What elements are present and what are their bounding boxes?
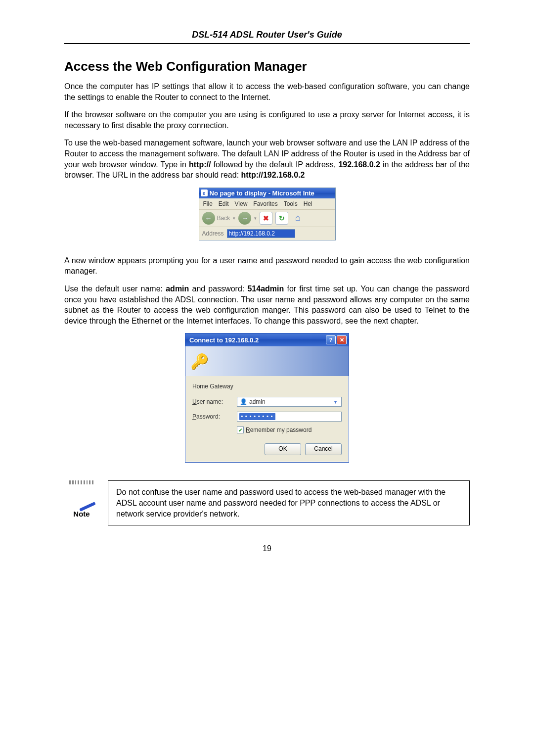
- help-button-icon[interactable]: ?: [326, 335, 336, 344]
- paragraph-5: Use the default user name: admin and pas…: [64, 284, 470, 326]
- paragraph-5-text1: Use the default user name:: [64, 284, 166, 293]
- refresh-icon[interactable]: ↻: [275, 212, 288, 225]
- password-input[interactable]: ••••••••: [237, 412, 342, 422]
- note-icon-column: Note: [64, 480, 99, 518]
- keys-icon: 🔑: [190, 353, 209, 370]
- address-input[interactable]: http://192.168.0.2: [227, 229, 295, 238]
- password-mask: ••••••••: [239, 413, 275, 420]
- user-icon: 👤: [239, 398, 247, 406]
- paragraph-3-text2: followed by the default IP address,: [211, 160, 338, 169]
- address-label: Address: [202, 230, 224, 237]
- ie-browser-window: e No page to display - Microsoft Inte Fi…: [199, 188, 336, 240]
- remember-text: emember my password: [250, 426, 312, 433]
- ip-bold: 192.168.0.2: [338, 160, 380, 169]
- section-title: Access the Web Configuration Manager: [64, 59, 470, 74]
- username-value: admin: [249, 398, 331, 405]
- remember-row[interactable]: ✔ Remember my password: [237, 426, 342, 433]
- ie-address-row: Address http://192.168.0.2: [199, 227, 335, 240]
- default-pass-bold: 514admin: [247, 284, 284, 293]
- login-banner: 🔑: [185, 346, 349, 376]
- paragraph-1: Once the computer has IP settings that a…: [64, 81, 470, 102]
- password-accel: P: [192, 413, 196, 420]
- cancel-button[interactable]: Cancel: [305, 443, 342, 455]
- ie-app-icon: e: [201, 189, 208, 196]
- note-section: Note Do not confuse the user name and pa…: [64, 480, 470, 525]
- password-label-text: assword:: [196, 413, 220, 420]
- menu-edit[interactable]: Edit: [219, 200, 229, 207]
- username-row: User name: 👤 admin ▾: [192, 397, 342, 407]
- ie-window-title: No page to display - Microsoft Inte: [210, 189, 314, 197]
- paragraph-3: To use the web-based management software…: [64, 138, 470, 180]
- url-bold: http://192.168.0.2: [241, 171, 305, 179]
- menu-tools[interactable]: Tools: [284, 200, 298, 207]
- back-button-label[interactable]: Back: [217, 215, 230, 222]
- username-accel: U: [192, 398, 197, 405]
- login-dialog: Connect to 192.168.0.2 ? ✕ 🔑 Home Gatewa…: [185, 333, 349, 463]
- page-number: 19: [64, 544, 470, 553]
- menu-favorites[interactable]: Favorites: [253, 200, 277, 207]
- menu-help[interactable]: Hel: [304, 200, 312, 207]
- username-label: User name:: [192, 398, 237, 405]
- username-label-text: ser name:: [197, 398, 223, 405]
- paragraph-2: If the browser software on the computer …: [64, 109, 470, 131]
- menu-view[interactable]: View: [235, 200, 248, 207]
- login-body: Home Gateway User name: 👤 admin ▾ Passwo…: [185, 376, 349, 440]
- menu-file[interactable]: File: [203, 200, 213, 207]
- remember-accel: R: [246, 426, 250, 433]
- forward-dropdown-icon[interactable]: ▾: [254, 216, 257, 221]
- password-label: Password:: [192, 413, 237, 420]
- close-button-icon[interactable]: ✕: [337, 335, 347, 344]
- note-box: Do not confuse the user name and passwor…: [108, 480, 470, 525]
- forward-button-icon[interactable]: →: [238, 212, 251, 225]
- paragraph-5-text2: and password:: [189, 284, 247, 293]
- login-realm: Home Gateway: [192, 383, 342, 390]
- paragraph-4: A new window appears prompting you for a…: [64, 255, 470, 277]
- password-row: Password: ••••••••: [192, 412, 342, 422]
- document-page: DSL-514 ADSL Router User's Guide Access …: [0, 0, 534, 756]
- http-prefix-bold: http://: [189, 160, 211, 169]
- doc-header: DSL-514 ADSL Router User's Guide: [64, 30, 470, 44]
- ie-menubar: File Edit View Favorites Tools Hel: [199, 198, 335, 210]
- default-user-bold: admin: [166, 284, 189, 293]
- back-button-icon[interactable]: ←: [202, 212, 215, 225]
- stop-icon[interactable]: ✖: [260, 212, 272, 225]
- remember-label: Remember my password: [246, 426, 312, 433]
- back-dropdown-icon[interactable]: ▾: [233, 216, 235, 221]
- username-dropdown-icon[interactable]: ▾: [331, 399, 339, 405]
- home-icon[interactable]: ⌂: [291, 212, 304, 225]
- remember-checkbox[interactable]: ✔: [237, 426, 244, 433]
- login-button-row: OK Cancel: [185, 440, 349, 462]
- login-title-text: Connect to 192.168.0.2: [189, 336, 259, 344]
- username-input[interactable]: 👤 admin ▾: [237, 397, 342, 407]
- login-titlebar: Connect to 192.168.0.2 ? ✕: [185, 333, 349, 346]
- ie-titlebar: e No page to display - Microsoft Inte: [199, 188, 335, 198]
- ok-button[interactable]: OK: [265, 443, 301, 455]
- ie-toolbar: ← Back ▾ → ▾ ✖ ↻ ⌂: [199, 210, 335, 227]
- notepad-icon: [69, 480, 94, 508]
